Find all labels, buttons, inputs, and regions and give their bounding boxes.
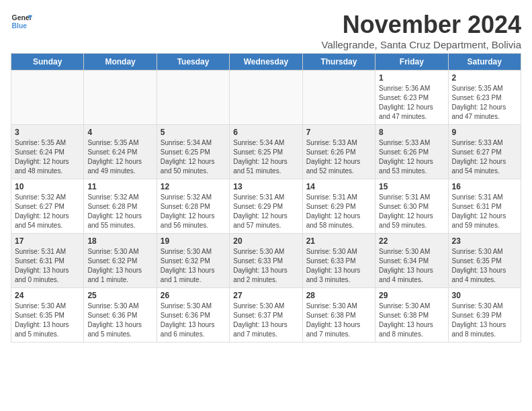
calendar-cell: 30Sunrise: 5:30 AM Sunset: 6:39 PM Dayli…: [448, 288, 521, 342]
day-number: 11: [87, 182, 152, 191]
weekday-header-tuesday: Tuesday: [157, 54, 229, 71]
calendar-cell: 3Sunrise: 5:35 AM Sunset: 6:24 PM Daylig…: [11, 125, 84, 179]
day-info: Sunrise: 5:31 AM Sunset: 6:31 PM Dayligh…: [452, 193, 517, 230]
day-number: 25: [87, 291, 152, 300]
day-info: Sunrise: 5:30 AM Sunset: 6:39 PM Dayligh…: [452, 302, 517, 339]
calendar-cell: 22Sunrise: 5:30 AM Sunset: 6:34 PM Dayli…: [375, 234, 448, 288]
header: General Blue November 2024 Vallegrande, …: [11, 11, 521, 50]
day-number: 17: [15, 236, 80, 246]
calendar-cell: [11, 71, 84, 125]
calendar-cell: 24Sunrise: 5:30 AM Sunset: 6:35 PM Dayli…: [11, 288, 84, 342]
calendar-cell: 7Sunrise: 5:33 AM Sunset: 6:26 PM Daylig…: [302, 125, 375, 179]
day-number: 16: [452, 182, 517, 191]
calendar-cell: [302, 71, 375, 125]
day-info: Sunrise: 5:35 AM Sunset: 6:24 PM Dayligh…: [87, 138, 152, 176]
calendar-cell: 28Sunrise: 5:30 AM Sunset: 6:38 PM Dayli…: [302, 288, 375, 342]
calendar-cell: 8Sunrise: 5:33 AM Sunset: 6:26 PM Daylig…: [375, 125, 448, 179]
day-info: Sunrise: 5:30 AM Sunset: 6:35 PM Dayligh…: [452, 247, 517, 285]
day-number: 8: [379, 128, 444, 137]
day-info: Sunrise: 5:30 AM Sunset: 6:36 PM Dayligh…: [87, 302, 152, 339]
day-number: 24: [15, 291, 80, 300]
calendar-week-2: 3Sunrise: 5:35 AM Sunset: 6:24 PM Daylig…: [11, 125, 521, 179]
day-info: Sunrise: 5:30 AM Sunset: 6:33 PM Dayligh…: [233, 247, 298, 285]
calendar-cell: 2Sunrise: 5:35 AM Sunset: 6:23 PM Daylig…: [448, 71, 521, 125]
calendar-week-4: 17Sunrise: 5:31 AM Sunset: 6:31 PM Dayli…: [11, 234, 521, 288]
day-info: Sunrise: 5:31 AM Sunset: 6:30 PM Dayligh…: [379, 193, 444, 230]
calendar-cell: 29Sunrise: 5:30 AM Sunset: 6:38 PM Dayli…: [375, 288, 448, 342]
weekday-header-row: SundayMondayTuesdayWednesdayThursdayFrid…: [11, 54, 521, 71]
day-info: Sunrise: 5:30 AM Sunset: 6:33 PM Dayligh…: [306, 247, 371, 285]
day-info: Sunrise: 5:30 AM Sunset: 6:34 PM Dayligh…: [379, 247, 444, 285]
calendar-cell: 10Sunrise: 5:32 AM Sunset: 6:27 PM Dayli…: [11, 179, 84, 234]
calendar-cell: 17Sunrise: 5:31 AM Sunset: 6:31 PM Dayli…: [11, 234, 84, 288]
day-info: Sunrise: 5:31 AM Sunset: 6:29 PM Dayligh…: [306, 193, 371, 230]
day-number: 28: [306, 291, 371, 300]
day-info: Sunrise: 5:33 AM Sunset: 6:26 PM Dayligh…: [379, 138, 444, 176]
calendar-week-1: 1Sunrise: 5:36 AM Sunset: 6:23 PM Daylig…: [11, 71, 521, 125]
calendar-cell: 19Sunrise: 5:30 AM Sunset: 6:32 PM Dayli…: [157, 234, 229, 288]
day-number: 1: [379, 73, 444, 83]
day-info: Sunrise: 5:30 AM Sunset: 6:37 PM Dayligh…: [233, 302, 298, 339]
calendar-cell: 13Sunrise: 5:31 AM Sunset: 6:29 PM Dayli…: [230, 179, 302, 234]
weekday-header-sunday: Sunday: [11, 54, 84, 71]
svg-text:Blue: Blue: [12, 22, 28, 30]
calendar-cell: 9Sunrise: 5:33 AM Sunset: 6:27 PM Daylig…: [448, 125, 521, 179]
day-info: Sunrise: 5:30 AM Sunset: 6:38 PM Dayligh…: [306, 302, 371, 339]
day-info: Sunrise: 5:31 AM Sunset: 6:29 PM Dayligh…: [233, 193, 298, 230]
month-title: November 2024: [322, 11, 521, 39]
day-info: Sunrise: 5:33 AM Sunset: 6:26 PM Dayligh…: [306, 138, 371, 176]
day-info: Sunrise: 5:30 AM Sunset: 6:36 PM Dayligh…: [161, 302, 226, 339]
day-info: Sunrise: 5:35 AM Sunset: 6:23 PM Dayligh…: [452, 84, 517, 122]
calendar-cell: 26Sunrise: 5:30 AM Sunset: 6:36 PM Dayli…: [157, 288, 229, 342]
day-info: Sunrise: 5:33 AM Sunset: 6:27 PM Dayligh…: [452, 138, 517, 176]
day-info: Sunrise: 5:36 AM Sunset: 6:23 PM Dayligh…: [379, 84, 444, 122]
weekday-header-friday: Friday: [375, 54, 448, 71]
weekday-header-wednesday: Wednesday: [230, 54, 302, 71]
title-area: November 2024 Vallegrande, Santa Cruz De…: [322, 11, 521, 50]
day-info: Sunrise: 5:30 AM Sunset: 6:32 PM Dayligh…: [87, 247, 152, 285]
day-number: 7: [306, 128, 371, 137]
calendar-cell: 15Sunrise: 5:31 AM Sunset: 6:30 PM Dayli…: [375, 179, 448, 234]
calendar-cell: 27Sunrise: 5:30 AM Sunset: 6:37 PM Dayli…: [230, 288, 302, 342]
day-info: Sunrise: 5:32 AM Sunset: 6:28 PM Dayligh…: [161, 193, 226, 230]
calendar-cell: 1Sunrise: 5:36 AM Sunset: 6:23 PM Daylig…: [375, 71, 448, 125]
logo: General Blue: [11, 11, 32, 32]
day-number: 30: [452, 291, 517, 300]
day-number: 13: [233, 182, 298, 191]
day-info: Sunrise: 5:30 AM Sunset: 6:35 PM Dayligh…: [15, 302, 80, 339]
calendar-cell: 21Sunrise: 5:30 AM Sunset: 6:33 PM Dayli…: [302, 234, 375, 288]
day-number: 6: [233, 128, 298, 137]
calendar-cell: 6Sunrise: 5:34 AM Sunset: 6:25 PM Daylig…: [230, 125, 302, 179]
calendar-cell: 12Sunrise: 5:32 AM Sunset: 6:28 PM Dayli…: [157, 179, 229, 234]
calendar-cell: [84, 71, 157, 125]
day-number: 27: [233, 291, 298, 300]
calendar-cell: 14Sunrise: 5:31 AM Sunset: 6:29 PM Dayli…: [302, 179, 375, 234]
subtitle: Vallegrande, Santa Cruz Department, Boli…: [322, 39, 521, 50]
day-number: 3: [15, 128, 80, 137]
day-number: 12: [161, 182, 226, 191]
day-number: 22: [379, 236, 444, 246]
calendar-week-5: 24Sunrise: 5:30 AM Sunset: 6:35 PM Dayli…: [11, 288, 521, 342]
calendar-cell: 23Sunrise: 5:30 AM Sunset: 6:35 PM Dayli…: [448, 234, 521, 288]
day-number: 14: [306, 182, 371, 191]
logo-icon: General Blue: [11, 11, 32, 32]
calendar-cell: 4Sunrise: 5:35 AM Sunset: 6:24 PM Daylig…: [84, 125, 157, 179]
day-info: Sunrise: 5:34 AM Sunset: 6:25 PM Dayligh…: [161, 138, 226, 176]
day-number: 2: [452, 73, 517, 83]
calendar-cell: 11Sunrise: 5:32 AM Sunset: 6:28 PM Dayli…: [84, 179, 157, 234]
calendar-cell: 25Sunrise: 5:30 AM Sunset: 6:36 PM Dayli…: [84, 288, 157, 342]
calendar-cell: 18Sunrise: 5:30 AM Sunset: 6:32 PM Dayli…: [84, 234, 157, 288]
day-info: Sunrise: 5:35 AM Sunset: 6:24 PM Dayligh…: [15, 138, 80, 176]
weekday-header-monday: Monday: [84, 54, 157, 71]
calendar-cell: 5Sunrise: 5:34 AM Sunset: 6:25 PM Daylig…: [157, 125, 229, 179]
day-number: 10: [15, 182, 80, 191]
weekday-header-saturday: Saturday: [448, 54, 521, 71]
day-info: Sunrise: 5:31 AM Sunset: 6:31 PM Dayligh…: [15, 247, 80, 285]
calendar-cell: 16Sunrise: 5:31 AM Sunset: 6:31 PM Dayli…: [448, 179, 521, 234]
weekday-header-thursday: Thursday: [302, 54, 375, 71]
calendar-cell: [157, 71, 229, 125]
day-info: Sunrise: 5:34 AM Sunset: 6:25 PM Dayligh…: [233, 138, 298, 176]
day-info: Sunrise: 5:32 AM Sunset: 6:28 PM Dayligh…: [87, 193, 152, 230]
day-number: 29: [379, 291, 444, 300]
day-number: 9: [452, 128, 517, 137]
